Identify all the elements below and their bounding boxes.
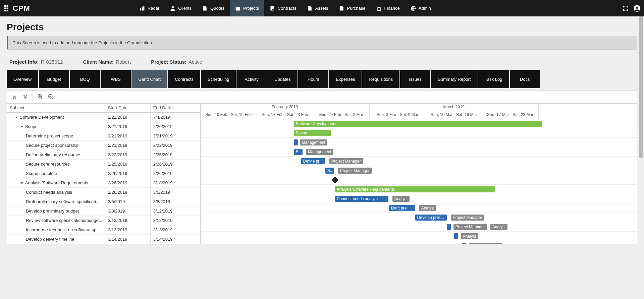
summary-bar[interactable]: Software Development bbox=[294, 121, 542, 127]
gantt-chart: Subject Software DevelopmentScopeDetermi… bbox=[7, 104, 637, 244]
task-end: 2/25/2019 bbox=[151, 150, 200, 160]
timeline-row: Project ManagerAnalyst bbox=[201, 222, 637, 232]
nav-contracts[interactable]: Contracts bbox=[264, 0, 302, 16]
task-end: 7/4/2019 bbox=[151, 113, 200, 122]
tab-requisitions[interactable]: Requisitions bbox=[362, 70, 399, 88]
caret-icon[interactable] bbox=[15, 117, 18, 118]
file-icon bbox=[307, 6, 313, 11]
task-bar[interactable]: Define pr... bbox=[301, 158, 325, 164]
resource-tag: Project Manager bbox=[453, 224, 487, 230]
task-subject[interactable]: Review software specifications/budge... bbox=[7, 216, 105, 225]
nav-label: Finance bbox=[384, 6, 400, 11]
tab-updates[interactable]: Updates bbox=[267, 70, 298, 88]
task-subject[interactable]: Develop delivery timeline bbox=[7, 235, 105, 244]
caret-icon[interactable] bbox=[20, 182, 23, 184]
task-end: 3/12/2019 bbox=[151, 206, 200, 216]
caret-icon[interactable] bbox=[20, 126, 23, 128]
resource-tag: Project Manager bbox=[329, 158, 363, 164]
project-info-value: R-025012 bbox=[41, 59, 63, 65]
task-subject[interactable]: Software Development bbox=[7, 113, 105, 122]
info-banner: This Screen is used to add and manage th… bbox=[7, 36, 637, 50]
task-bar[interactable]: Draft preli... bbox=[389, 205, 415, 211]
task-start: 3/13/2019 bbox=[105, 225, 150, 235]
zoom-in-button[interactable] bbox=[36, 92, 45, 102]
nav-label: Admin bbox=[419, 6, 431, 11]
nav-quotes[interactable]: Quotes bbox=[197, 0, 230, 16]
zoom-out-icon bbox=[48, 94, 54, 100]
task-subject[interactable]: Determine project scope bbox=[7, 131, 105, 141]
task-subject[interactable]: Define preliminary resources bbox=[7, 150, 105, 160]
file-icon bbox=[339, 6, 344, 11]
nav-purchase[interactable]: Purchase bbox=[334, 0, 371, 16]
task-bar[interactable]: Conduct needs analysis bbox=[335, 196, 388, 202]
nav-projects[interactable]: Projects bbox=[230, 0, 264, 16]
task-bar[interactable]: S... bbox=[325, 168, 334, 174]
week-header: Sun, 24 Feb - Sat, 2 Mar bbox=[313, 110, 370, 119]
column-header-subject: Subject bbox=[7, 104, 105, 113]
tab-expenses[interactable]: Expenses bbox=[329, 70, 362, 88]
summary-bar[interactable]: Scope bbox=[294, 130, 331, 136]
nav-admin[interactable]: Admin bbox=[405, 0, 436, 16]
tab-boq[interactable]: BOQ bbox=[70, 70, 100, 88]
task-subject[interactable]: Secure project sponsorship bbox=[7, 141, 105, 150]
account-icon[interactable] bbox=[633, 5, 641, 12]
week-header: Sun, 10 Mar - Sat, 16 Mar bbox=[426, 110, 482, 119]
nav-finance[interactable]: Finance bbox=[371, 0, 405, 16]
resource-tag: Analyst bbox=[461, 233, 478, 239]
briefcase-icon bbox=[235, 6, 240, 11]
tab-wbs[interactable]: WBS bbox=[101, 70, 131, 88]
task-end: 3/13/2019 bbox=[151, 225, 200, 235]
collapse-all-button[interactable] bbox=[10, 92, 19, 102]
project-meta: Project Info:R-025012 Client Name:Robert… bbox=[7, 57, 637, 70]
task-bar[interactable] bbox=[462, 243, 466, 244]
client-name-label: Client Name: bbox=[83, 59, 114, 65]
task-end: 2/21/2019 bbox=[151, 131, 200, 141]
tab-gantt-chart[interactable]: Gantt Chart bbox=[131, 70, 167, 88]
tab-docs[interactable]: Docs bbox=[510, 70, 540, 88]
task-subject[interactable]: Secure core resources bbox=[7, 160, 105, 169]
nav-label: Purchase bbox=[347, 6, 366, 11]
chart-icon bbox=[140, 6, 145, 11]
timeline-row: Develop preli...Project Manager bbox=[201, 213, 637, 222]
person-icon bbox=[170, 6, 175, 11]
tab-contracts[interactable]: Contracts bbox=[168, 70, 200, 88]
tab-summary-report[interactable]: Summary Report bbox=[431, 70, 477, 88]
summary-bar[interactable]: Analysis/Software Requirements bbox=[335, 186, 495, 192]
project-tabs: OverviewBudgetBOQWBSGantt ChartContracts… bbox=[7, 70, 637, 88]
nav-assets[interactable]: Assets bbox=[302, 0, 334, 16]
task-subject[interactable]: Develop preliminary budget bbox=[7, 206, 105, 216]
task-subject[interactable]: Incorporate feedback on software sp... bbox=[7, 225, 105, 235]
contract-icon bbox=[270, 6, 275, 11]
task-start: 2/21/2019 bbox=[105, 141, 150, 150]
task-bar[interactable] bbox=[294, 139, 298, 145]
task-subject[interactable]: Analysis/Software Requirements bbox=[7, 178, 105, 188]
tab-scheduling[interactable]: Scheduling bbox=[201, 70, 236, 88]
expand-all-button[interactable] bbox=[20, 92, 30, 102]
vertical-scrollbar[interactable] bbox=[639, 16, 644, 244]
task-subject[interactable]: Draft preliminary software specificati..… bbox=[7, 197, 105, 206]
tab-issues[interactable]: Issues bbox=[400, 70, 430, 88]
tab-task-log[interactable]: Task Log bbox=[478, 70, 509, 88]
fullscreen-icon[interactable] bbox=[623, 5, 629, 11]
timeline-row: Conduct needs analysisAnalyst bbox=[201, 194, 637, 203]
task-subject[interactable]: Scope bbox=[7, 122, 105, 131]
task-subject[interactable]: Conduct needs analysis bbox=[7, 188, 105, 197]
zoom-out-button[interactable] bbox=[46, 92, 56, 102]
task-bar[interactable]: Develop preli... bbox=[415, 215, 447, 221]
tab-overview[interactable]: Overview bbox=[7, 70, 38, 88]
tab-hours[interactable]: Hours bbox=[298, 70, 328, 88]
task-bar[interactable] bbox=[447, 224, 451, 230]
task-bar[interactable]: S... bbox=[294, 149, 303, 155]
timeline-row: Project Manager bbox=[201, 241, 637, 244]
project-info-label: Project Info: bbox=[9, 59, 39, 65]
tab-activity[interactable]: Activity bbox=[236, 70, 267, 88]
tab-budget[interactable]: Budget bbox=[39, 70, 69, 88]
nav-radar[interactable]: Radar bbox=[134, 0, 165, 16]
task-subject[interactable]: Scope complete bbox=[7, 169, 105, 178]
task-end: 2/22/2019 bbox=[151, 141, 200, 150]
timeline-row: Define pr...Project Manager bbox=[201, 157, 637, 166]
milestone-marker[interactable] bbox=[332, 177, 338, 183]
task-bar[interactable] bbox=[454, 233, 458, 239]
nav-clients[interactable]: Clients bbox=[165, 0, 197, 16]
chevron-up-icon bbox=[11, 94, 17, 100]
